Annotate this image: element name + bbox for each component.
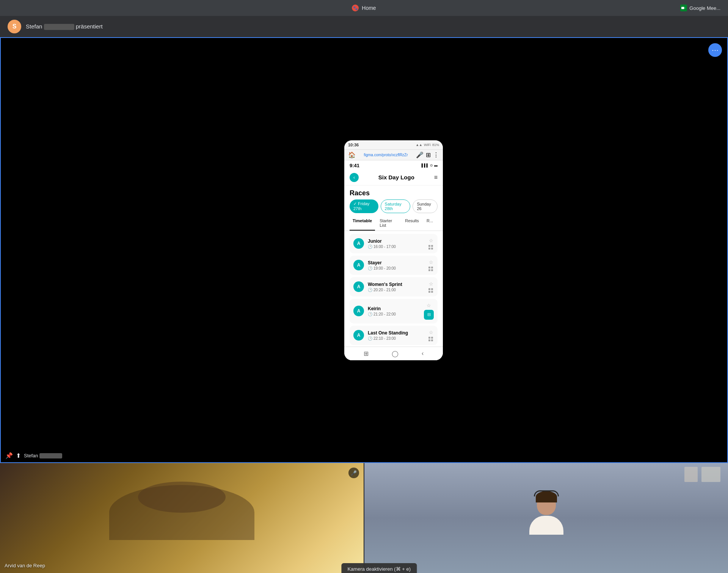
back-button[interactable]: ‹ bbox=[350, 173, 359, 182]
phone-mockup: 10:36 ▲▲ WiFi 81% 🏠 figma.com/proto/xczf… bbox=[344, 140, 443, 360]
day-tab-friday[interactable]: ✓ Friday 27th bbox=[350, 199, 378, 213]
race-actions-keirin: ☆ ⊟ bbox=[424, 303, 434, 320]
race-avatar-keirin: A bbox=[353, 306, 364, 316]
race-info-last-one-standing: Last One Standing 🕐 22:10 - 23:00 bbox=[368, 330, 425, 341]
home-tab-icon: 🐾 bbox=[352, 5, 359, 11]
race-time-womens-sprint: 🕐 20:20 - 21:00 bbox=[368, 288, 425, 292]
race-info-keirin: Keirin 🕐 21:20 - 22:00 bbox=[368, 306, 420, 316]
race-actions-stayer: ☆ bbox=[428, 259, 434, 271]
signal-bars-icon: ▌▌▌ bbox=[422, 163, 429, 167]
star-icon-junior[interactable]: ☆ bbox=[429, 238, 433, 243]
grid-icon-ws[interactable] bbox=[428, 288, 434, 293]
camera-deactivate-tooltip: Kamera deaktivieren (⌘ + e) bbox=[341, 563, 417, 573]
phone-browser-controls: ▲▲ WiFi 81% bbox=[416, 143, 439, 147]
battery-icon: 81% bbox=[432, 143, 439, 147]
tab-timetable[interactable]: Timetable bbox=[350, 216, 375, 231]
clock-icon-los: 🕐 bbox=[368, 336, 372, 341]
muted-icon-arvid: 🎤 bbox=[348, 468, 359, 478]
presenter-bar: S Stefan präsentiert bbox=[0, 16, 728, 37]
nav-home-icon[interactable]: ◯ bbox=[392, 350, 399, 357]
day-tabs-container: ✓ Friday 27th Saturday 28th Sunday 26 bbox=[344, 199, 443, 216]
race-name-stayer: Stayer bbox=[368, 260, 425, 265]
day-tab-saturday[interactable]: Saturday 28th bbox=[381, 199, 411, 213]
race-name-last-one-standing: Last One Standing bbox=[368, 330, 425, 336]
svg-rect-1 bbox=[681, 7, 684, 9]
url-text: figma.com/proto/xczflRzZr bbox=[358, 153, 414, 157]
meet-icon bbox=[680, 5, 687, 11]
race-actions-last-one-standing: ☆ bbox=[428, 330, 434, 341]
race-name-womens-sprint: Women's Sprint bbox=[368, 282, 425, 287]
race-item-womens-sprint[interactable]: A Women's Sprint 🕐 20:20 - 21:00 ☆ bbox=[350, 277, 438, 297]
star-icon-ws[interactable]: ☆ bbox=[429, 281, 433, 287]
race-name-keirin: Keirin bbox=[368, 306, 420, 311]
grid-icon-los[interactable] bbox=[428, 337, 434, 341]
tab-r[interactable]: R... bbox=[424, 216, 436, 231]
tab-meet[interactable]: Google Mee... bbox=[680, 5, 720, 11]
presenter-bottom-info: 📌 ⬆ Stefan bbox=[5, 452, 62, 459]
race-item-keirin[interactable]: A Keirin 🕐 21:20 - 22:00 ☆ ⊟ bbox=[350, 299, 438, 323]
star-icon-stayer[interactable]: ☆ bbox=[429, 259, 433, 265]
video-grid: 🎤 Arvid van de Reep Ich bbox=[0, 463, 728, 573]
race-item-junior[interactable]: A Junior 🕐 16:00 - 17:00 ☆ bbox=[350, 234, 438, 253]
race-info-junior: Junior 🕐 16:00 - 17:00 bbox=[368, 239, 425, 249]
race-time-stayer: 🕐 19:00 - 20:00 bbox=[368, 266, 425, 270]
day-tab-sunday[interactable]: Sunday 26 bbox=[413, 199, 438, 213]
screen-share-content: ⋯ 10:36 ▲▲ WiFi 81% 🏠 figma.com/proto/xc… bbox=[1, 38, 727, 462]
presenter-bottom-name: Stefan bbox=[24, 453, 62, 459]
race-info-womens-sprint: Women's Sprint 🕐 20:20 - 21:00 bbox=[368, 282, 425, 292]
app-title: Six Day Logo bbox=[378, 174, 414, 181]
race-actions-womens-sprint: ☆ bbox=[428, 281, 434, 293]
race-actions-junior: ☆ bbox=[428, 238, 434, 250]
tab-home[interactable]: 🐾 Home bbox=[352, 5, 376, 11]
video-tile-ich: Ich bbox=[364, 463, 728, 573]
grid-icon-stayer[interactable] bbox=[428, 267, 434, 271]
tile-label-arvid: Arvid van de Reep bbox=[5, 563, 45, 568]
video-tile-arvid: 🎤 Arvid van de Reep bbox=[0, 463, 364, 573]
more-url-icon: ⋮ bbox=[433, 151, 439, 159]
races-page-title: Races bbox=[344, 185, 443, 199]
race-time-last-one-standing: 🕐 22:10 - 23:00 bbox=[368, 336, 425, 341]
filter-button-keirin[interactable]: ⊟ bbox=[424, 310, 434, 320]
clock-icon-keirin: 🕐 bbox=[368, 312, 372, 316]
phone-url-bar[interactable]: 🏠 figma.com/proto/xczflRzZr 🎤 ⊞ ⋮ bbox=[344, 150, 443, 160]
battery-status-icon: ▬ bbox=[434, 163, 438, 167]
phone-browser-time: 10:36 bbox=[348, 143, 359, 147]
wifi-icon: WiFi bbox=[424, 143, 431, 147]
clock-icon: 🕐 bbox=[368, 245, 372, 249]
browser-tab-bar: 🐾 Home Google Mee... bbox=[0, 0, 728, 16]
race-name-junior: Junior bbox=[368, 239, 425, 244]
nav-menu-icon[interactable]: ⊞ bbox=[364, 350, 369, 357]
presenter-surname-blurred bbox=[44, 24, 74, 30]
presenter-name-label: Stefan präsentiert bbox=[26, 23, 103, 30]
checkmark-icon: ✓ bbox=[353, 201, 358, 206]
clock-icon-ws: 🕐 bbox=[368, 288, 372, 292]
star-icon-keirin[interactable]: ☆ bbox=[427, 303, 431, 308]
pin-icon: 📌 bbox=[5, 452, 13, 459]
more-options-button[interactable]: ⋯ bbox=[708, 43, 722, 57]
nav-back-icon[interactable]: ‹ bbox=[422, 350, 424, 357]
sub-tabs-container: Timetable Starter List Results R... bbox=[344, 216, 443, 231]
race-info-stayer: Stayer 🕐 19:00 - 20:00 bbox=[368, 260, 425, 270]
race-time-junior: 🕐 16:00 - 17:00 bbox=[368, 245, 425, 249]
phone-time: 9:41 bbox=[350, 163, 359, 168]
phone-nav-bar: ⊞ ◯ ‹ bbox=[344, 347, 443, 360]
screen-share-area: ⋯ 10:36 ▲▲ WiFi 81% 🏠 figma.com/proto/xc… bbox=[0, 37, 728, 463]
home-url-icon: 🏠 bbox=[348, 151, 356, 159]
race-time-keirin: 🕐 21:20 - 22:00 bbox=[368, 312, 420, 316]
star-icon-los[interactable]: ☆ bbox=[429, 330, 433, 335]
wifi-status-icon: ⊙ bbox=[430, 163, 433, 167]
phone-browser-bar: 10:36 ▲▲ WiFi 81% bbox=[344, 140, 443, 150]
tab-results[interactable]: Results bbox=[402, 216, 422, 231]
tab-starter-list[interactable]: Starter List bbox=[377, 216, 400, 231]
race-avatar-last-one-standing: A bbox=[353, 330, 364, 341]
hamburger-icon[interactable]: ≡ bbox=[434, 174, 438, 181]
phone-status-bar: 9:41 ▌▌▌ ⊙ ▬ bbox=[344, 160, 443, 170]
race-item-last-one-standing[interactable]: A Last One Standing 🕐 22:10 - 23:00 ☆ bbox=[350, 326, 438, 345]
race-item-stayer[interactable]: A Stayer 🕐 19:00 - 20:00 ☆ bbox=[350, 256, 438, 275]
race-avatar-stayer: A bbox=[353, 260, 364, 270]
meet-tab-label: Google Mee... bbox=[689, 5, 720, 11]
race-avatar-womens-sprint: A bbox=[353, 281, 364, 292]
share-presentation-icon: ⬆ bbox=[16, 452, 21, 459]
app-header: ‹ Six Day Logo ≡ bbox=[344, 170, 443, 185]
grid-icon-junior[interactable] bbox=[428, 245, 434, 250]
